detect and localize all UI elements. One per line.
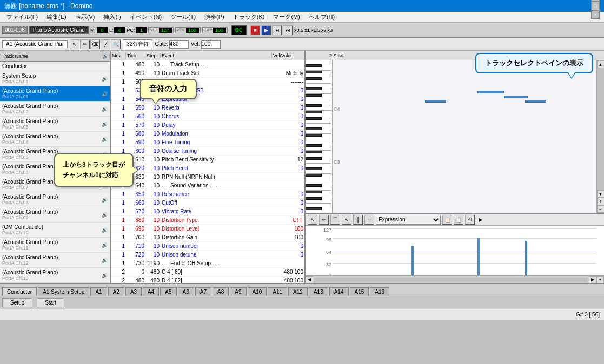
tab-conductor[interactable]: Conductor — [2, 287, 37, 296]
event-row-8[interactable]: 158010Modulation0 — [111, 130, 304, 138]
note-block[interactable] — [525, 100, 546, 103]
event-row-14[interactable]: 164010---- Sound Variation ---- — [111, 181, 304, 190]
event-row-20[interactable]: 170010Distortion Gain100 — [111, 233, 304, 242]
event-row-16[interactable]: 166010CutOff0 — [111, 199, 304, 207]
menu-item-イベント(N)[interactable]: イベント(N) — [125, 12, 166, 22]
scroll-thumb-vel[interactable] — [314, 278, 588, 282]
forward-button[interactable]: ⏭ — [283, 25, 293, 35]
piano-key-4-11[interactable] — [306, 100, 331, 104]
piano-key-2-11[interactable] — [306, 180, 331, 184]
tab-a5[interactable]: A5 — [160, 287, 176, 296]
piano-key-4-7[interactable] — [306, 113, 331, 117]
event-row-9[interactable]: 159010Fine Tuning0 — [111, 138, 304, 147]
piano-key-2-5[interactable] — [306, 200, 331, 204]
event-row-12[interactable]: 162010Pitch Bend0 — [111, 164, 304, 173]
gate-input[interactable] — [169, 40, 189, 49]
track-row-0[interactable]: Conductor — [0, 62, 110, 71]
piano-key-5-9[interactable] — [306, 67, 331, 71]
track-row-1[interactable]: System SetupPortA Ch.01🔊 — [0, 71, 110, 86]
scroll-up[interactable]: ▲ — [597, 60, 605, 68]
piano-key-3-0[interactable] — [306, 177, 331, 180]
tool-eraser[interactable]: ⌫ — [90, 39, 100, 49]
event-row-13[interactable]: 163010RPN Null (NRPN Null) — [111, 173, 304, 181]
tab-a6[interactable]: A6 — [178, 287, 194, 296]
tool-wave[interactable]: ∿ — [342, 215, 351, 225]
menu-item-演奏(P)[interactable]: 演奏(P) — [200, 12, 229, 22]
piano-key-5-4[interactable] — [306, 84, 331, 87]
vel-input[interactable] — [201, 40, 221, 49]
track-selector-dropdown[interactable]: A1 (Acoustic Grand Piar — [2, 40, 68, 48]
tool-line[interactable]: ╱ — [101, 39, 110, 49]
play-button[interactable]: ▶ — [261, 25, 271, 35]
piano-key-5-2[interactable] — [306, 90, 331, 94]
track-row-9[interactable]: (Acoustic Grand Piano)PortA Ch.08🔊 — [0, 192, 110, 207]
track-row-5[interactable]: (Acoustic Grand Piano)PortA Ch.04🔊 — [0, 132, 110, 147]
event-row-24[interactable]: 20480C 4 [ 60]480 100 — [111, 268, 304, 277]
tool-select[interactable]: ↖ — [70, 39, 79, 49]
piano-key-4-2[interactable] — [306, 130, 331, 134]
piano-key-3-7[interactable] — [306, 153, 331, 157]
event-row-5[interactable]: 155010Reverb0 — [111, 104, 304, 112]
event-row-18[interactable]: 168010Distortion TypeOFF — [111, 216, 304, 225]
vel-arrow-right[interactable]: ▶ — [479, 217, 483, 223]
maximize-button[interactable]: □ — [591, 2, 600, 10]
event-row-10[interactable]: 160010Coarse Tuning0 — [111, 147, 304, 156]
setup-button[interactable]: Setup — [2, 298, 32, 307]
tab-a16[interactable]: A16 — [370, 287, 389, 296]
scroll-left-vel[interactable]: ◀ — [306, 276, 313, 284]
event-row-15[interactable]: 165010Resonance0 — [111, 190, 304, 199]
menu-item-トラック(K)[interactable]: トラック(K) — [229, 12, 269, 22]
expression-type-select[interactable]: Expression — [376, 215, 441, 225]
tab-a3[interactable]: A3 — [125, 287, 142, 296]
piano-key-3-11[interactable] — [306, 140, 331, 144]
note-block[interactable] — [425, 100, 446, 103]
event-row-17[interactable]: 167010Vibrato Rate0 — [111, 207, 304, 216]
note-block[interactable] — [477, 91, 504, 93]
event-row-22[interactable]: 172010Unison detune0 — [111, 251, 304, 259]
start-button[interactable]: Start — [37, 298, 64, 307]
close-button[interactable]: × — [591, 10, 600, 19]
tool-pencil-vel[interactable]: ✏ — [319, 215, 329, 225]
event-row-0[interactable]: 148010---- Track Setup ---- — [111, 60, 304, 69]
rewind-button[interactable]: ⏮ — [272, 25, 282, 35]
tool-bar-vel[interactable]: ╫ — [353, 215, 363, 225]
tool-magnify[interactable]: 🔍 — [111, 39, 121, 49]
track-row-11[interactable]: (GM Compatible)PortA Ch.10🔊 — [0, 223, 110, 238]
menu-item-ヘルプ(H)[interactable]: ヘルプ(H) — [304, 12, 339, 22]
event-row-23[interactable]: 17301190---- End of CH Setup ---- — [111, 259, 304, 268]
tab-a7[interactable]: A7 — [195, 287, 211, 296]
piano-key-3-4[interactable] — [306, 164, 331, 167]
piano-key-2-4[interactable] — [306, 204, 331, 207]
zoom-in[interactable]: + — [597, 198, 605, 205]
stop-button[interactable]: ■ — [250, 25, 260, 35]
track-row-10[interactable]: (Acoustic Grand Piano)PortA Ch.09🔊 — [0, 207, 110, 223]
event-row-6[interactable]: 156010Chorus0 — [111, 112, 304, 121]
scroll-track[interactable] — [597, 68, 604, 190]
zoom-out[interactable]: − — [597, 205, 605, 213]
menu-item-挿入(I)[interactable]: 挿入(I) — [99, 12, 125, 22]
event-row-19[interactable]: 169010Distortion Level100 — [111, 225, 304, 233]
track-row-3[interactable]: (Acoustic Grand Piano)PortA Ch.02🔊 — [0, 102, 110, 117]
track-row-4[interactable]: (Acoustic Grand Piano)PortA Ch.03🔊 — [0, 117, 110, 132]
menu-item-編集(E)[interactable]: 編集(E) — [42, 12, 71, 22]
menu-item-マーク(M)[interactable]: マーク(M) — [269, 12, 304, 22]
tool-pencil[interactable]: ✏ — [80, 39, 90, 49]
tab-a11[interactable]: A11 — [268, 287, 287, 296]
tab-a9[interactable]: A9 — [230, 287, 246, 296]
tab-a15[interactable]: A15 — [350, 287, 369, 296]
piano-key-5-0[interactable] — [306, 97, 331, 100]
piano-key-3-9[interactable] — [306, 147, 331, 151]
menu-item-表示(V)[interactable]: 表示(V) — [71, 12, 99, 22]
vel-btn1[interactable]: 📋 — [442, 215, 452, 225]
h-scrollbar-vel[interactable]: ◀ ▶ + — [306, 275, 604, 283]
piano-key-4-9[interactable] — [306, 107, 331, 111]
piano-key-5-7[interactable] — [306, 73, 331, 77]
tab-a4[interactable]: A4 — [143, 287, 159, 296]
piano-key-3-2[interactable] — [306, 170, 331, 174]
menu-item-ツール(T)[interactable]: ツール(T) — [166, 12, 200, 22]
tool-curve[interactable]: ⌒ — [330, 215, 340, 225]
event-row-25[interactable]: 2480480D 4 [ 62]480 100 — [111, 277, 304, 283]
piano-key-4-5[interactable] — [306, 120, 331, 124]
piano-key-4-4[interactable] — [306, 124, 331, 127]
tab-a14[interactable]: A14 — [329, 287, 349, 296]
